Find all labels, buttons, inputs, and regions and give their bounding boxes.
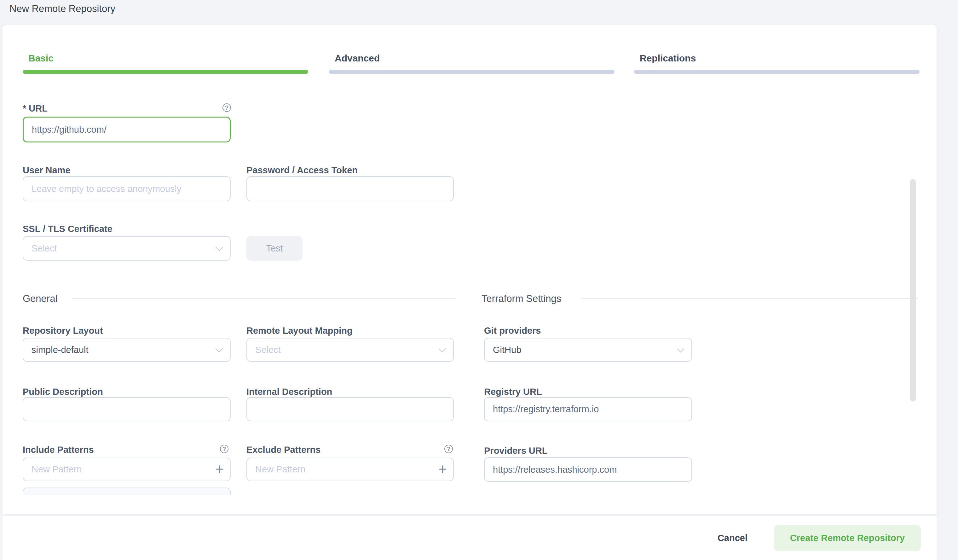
- cancel-button[interactable]: Cancel: [718, 533, 747, 543]
- dialog-footer: Cancel Create Remote Repository: [3, 516, 937, 560]
- include-pattern-input[interactable]: [23, 458, 231, 481]
- chevron-down-icon: [438, 345, 446, 352]
- terraform-section-title: Terraform Settings: [482, 293, 561, 305]
- public-description-input[interactable]: [23, 397, 231, 421]
- ssl-certificate-placeholder: Select: [32, 243, 57, 254]
- remote-layout-mapping-label: Remote Layout Mapping: [246, 325, 353, 336]
- tab-replications[interactable]: Replications: [634, 53, 920, 75]
- tab-replications-label: Replications: [634, 53, 920, 63]
- tab-advanced[interactable]: Advanced: [329, 53, 614, 75]
- internal-description-input[interactable]: [246, 397, 454, 421]
- vertical-scrollbar-thumb[interactable]: [910, 179, 916, 401]
- tab-basic-underline: [23, 70, 308, 74]
- general-section-title: General: [23, 293, 57, 305]
- registry-url-label: Registry URL: [484, 386, 542, 397]
- repository-layout-select[interactable]: simple-default: [23, 338, 231, 362]
- repository-layout-value: simple-default: [32, 345, 89, 355]
- page-title: New Remote Repository: [10, 3, 115, 14]
- remote-layout-mapping-placeholder: Select: [255, 345, 281, 355]
- include-patterns-help-icon[interactable]: ?: [220, 445, 228, 453]
- exclude-pattern-field: +: [246, 458, 454, 481]
- ssl-certificate-label: SSL / TLS Certificate: [23, 224, 113, 234]
- terraform-section-divider: [581, 298, 918, 299]
- include-pattern-field: +: [23, 458, 231, 481]
- exclude-patterns-help-icon[interactable]: ?: [444, 445, 453, 453]
- test-button[interactable]: Test: [246, 236, 303, 261]
- password-input[interactable]: [246, 176, 454, 201]
- providers-url-label: Providers URL: [484, 445, 547, 456]
- url-help-icon[interactable]: ?: [222, 103, 231, 112]
- general-section-divider: [73, 298, 456, 299]
- chevron-down-icon: [215, 243, 223, 251]
- chevron-down-icon: [677, 345, 684, 352]
- public-description-label: Public Description: [23, 386, 103, 397]
- url-input[interactable]: [23, 117, 231, 143]
- password-label: Password / Access Token: [246, 165, 358, 176]
- url-label: * URL: [23, 103, 48, 114]
- registry-url-input[interactable]: [484, 397, 692, 421]
- pattern-list-item-partial: [23, 487, 231, 495]
- tab-advanced-underline: [329, 70, 614, 74]
- tab-advanced-label: Advanced: [329, 53, 614, 63]
- remote-layout-mapping-select[interactable]: Select: [246, 338, 454, 362]
- git-providers-label: Git providers: [484, 325, 541, 336]
- tab-basic-label: Basic: [23, 53, 308, 63]
- include-patterns-label: Include Patterns: [23, 444, 94, 455]
- user-name-input[interactable]: [23, 176, 231, 201]
- exclude-patterns-label: Exclude Patterns: [246, 444, 320, 455]
- git-providers-value: GitHub: [493, 345, 521, 355]
- providers-url-input[interactable]: [484, 457, 692, 482]
- user-name-label: User Name: [23, 165, 71, 176]
- create-remote-repository-button[interactable]: Create Remote Repository: [774, 525, 921, 551]
- tab-basic[interactable]: Basic: [23, 53, 308, 75]
- chevron-down-icon: [215, 345, 223, 352]
- new-remote-repository-dialog: New Remote Repository Basic Advanced Rep…: [0, 0, 958, 560]
- exclude-pattern-input[interactable]: [246, 458, 454, 481]
- dialog-body-panel: Basic Advanced Replications * URL ? User…: [3, 25, 937, 514]
- internal-description-label: Internal Description: [246, 386, 332, 397]
- git-providers-select[interactable]: GitHub: [484, 338, 692, 362]
- tab-replications-underline: [634, 70, 920, 74]
- ssl-certificate-select[interactable]: Select: [23, 236, 231, 261]
- repository-layout-label: Repository Layout: [23, 325, 103, 336]
